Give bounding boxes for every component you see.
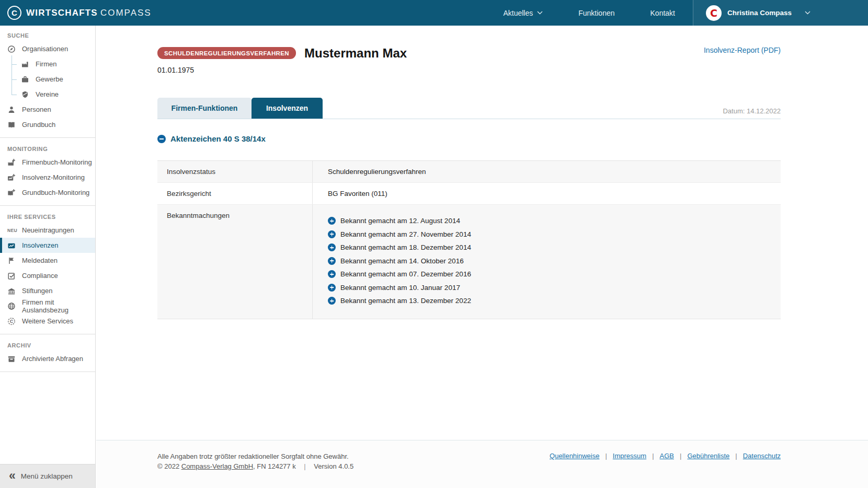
collapse-menu-button[interactable]: « Menü zuklappen [0, 464, 95, 488]
sidebar: SUCHE Organisationen Firmen Gewerbe Vere… [0, 26, 96, 488]
footer-link-datenschutz[interactable]: Datenschutz [743, 452, 781, 460]
sidebar-section-suche: SUCHE [0, 26, 95, 41]
top-navigation: Aktuelles Funktionen Kontakt [485, 0, 693, 26]
footer-link-quellenhinweise[interactable]: Quellenhinweise [550, 452, 599, 460]
sidebar-item-firmen-mit-auslandsbezug[interactable]: Firmen mit Auslandsbezug [0, 298, 95, 313]
sidebar-item-label: Insolvenzen [22, 241, 58, 249]
sidebar-item-label: Organisationen [22, 45, 68, 53]
sidebar-item-archivierte-abfragen[interactable]: Archivierte Abfragen [0, 351, 95, 366]
sidebar-section-archiv: ARCHIV [0, 335, 95, 351]
announcement-label: Bekannt gemacht am 13. Dezember 2022 [340, 297, 471, 305]
announcement-item[interactable]: Bekannt gemacht am 10. Januar 2017 [328, 281, 772, 295]
sidebar-item-insolvenzen[interactable]: Insolvenzen [0, 238, 95, 253]
tab-firmen-funktionen[interactable]: Firmen-Funktionen [157, 98, 252, 119]
nav-item-funktionen[interactable]: Funktionen [561, 0, 632, 26]
sidebar-item-label: Weitere Services [22, 317, 73, 325]
sidebar-item-organisationen[interactable]: Organisationen [0, 41, 95, 56]
bank-icon [7, 287, 16, 295]
sidebar-item-grundbuch[interactable]: Grundbuch [0, 117, 95, 132]
chevron-down-icon [805, 11, 810, 15]
briefcase-icon [21, 75, 29, 84]
plus-circle-icon[interactable] [328, 257, 336, 265]
sidebar-item-gewerbe[interactable]: Gewerbe [0, 72, 95, 87]
announcement-label: Bekannt gemacht am 10. Januar 2017 [340, 284, 460, 292]
copyright-prefix: © 2022 [157, 462, 179, 470]
footer-link-separator: | [680, 452, 681, 460]
sidebar-item-label: Compliance [22, 272, 58, 280]
sidebar-item-firmenbuch-monitoring[interactable]: Firmenbuch-Monitoring [0, 155, 95, 170]
announcement-list: Bekannt gemacht am 12. August 2014 Bekan… [328, 212, 772, 312]
app-logo[interactable]: C WIRTSCHAFTS COMPASS [0, 6, 152, 20]
chart-icon [7, 241, 16, 250]
nav-item-kontakt[interactable]: Kontakt [633, 0, 693, 26]
globe-icon [7, 302, 16, 310]
version-label: Version 4.0.5 [314, 462, 353, 470]
tab-bar: Firmen-Funktionen Insolvenzen Datum: 14.… [157, 98, 781, 119]
sidebar-item-label: Firmen [36, 60, 56, 68]
page-footer: Alle Angaben trotz größter redaktionelle… [96, 440, 868, 488]
announcement-item[interactable]: Bekannt gemacht am 18. Dezember 2014 [328, 241, 772, 254]
archive-box-icon [7, 355, 16, 363]
sidebar-item-compliance[interactable]: Compliance [0, 268, 95, 283]
tab-label: Insolvenzen [266, 104, 308, 112]
brand-name: WIRTSCHAFTS COMPASS [26, 8, 152, 18]
footer-link-impressum[interactable]: Impressum [613, 452, 646, 460]
footer-links: Quellenhinweise | Impressum | AGB | Gebü… [550, 452, 781, 460]
person-icon [7, 106, 16, 114]
sidebar-item-vereine[interactable]: Vereine [0, 87, 95, 102]
sidebar-item-label: Grundbuch-Monitoring [22, 189, 89, 196]
sidebar-item-label: Gewerbe [36, 75, 63, 83]
sidebar-section-ihre-services: IHRE SERVICES [0, 207, 95, 223]
plus-circle-icon[interactable] [328, 230, 336, 238]
sidebar-item-meldedaten[interactable]: Meldedaten [0, 253, 95, 268]
announcement-item[interactable]: Bekannt gemacht am 07. Dezember 2016 [328, 268, 772, 281]
plus-circle-icon[interactable] [328, 243, 336, 251]
status-badge: SCHULDENREGULIERUNGSVERFAHREN [157, 47, 296, 59]
announcement-item[interactable]: Bekannt gemacht am 27. November 2014 [328, 228, 772, 241]
birthdate: 01.01.1975 [157, 66, 781, 74]
nav-item-aktuelles[interactable]: Aktuelles [485, 0, 561, 26]
company-suffix: , FN 124277 k [253, 462, 296, 470]
footer-disclaimer: Alle Angaben trotz größter redaktionelle… [157, 451, 353, 461]
tab-insolvenzen[interactable]: Insolvenzen [252, 98, 323, 119]
date-label: Datum: 14.12.2022 [723, 107, 781, 115]
sidebar-divider [0, 334, 95, 334]
plus-circle-icon[interactable] [328, 217, 336, 225]
footer-link-separator: | [605, 452, 607, 460]
footer-separator: | [304, 462, 305, 470]
top-header-bar: C WIRTSCHAFTS COMPASS Aktuelles Funktion… [0, 0, 868, 26]
table-row: Bezirksgericht BG Favoriten (011) [157, 183, 781, 205]
sidebar-divider [0, 205, 95, 206]
page-title: Mustermann Max [304, 46, 407, 61]
collapse-menu-label: Menü zuklappen [21, 472, 73, 480]
case-collapse-header[interactable]: Aktenzeichen 40 S 38/14x [157, 134, 781, 143]
main-content: SCHULDENREGULIERUNGSVERFAHREN Mustermann… [96, 26, 868, 440]
plus-circle-icon[interactable] [328, 297, 336, 305]
chart-plus-icon [7, 173, 16, 182]
table-row: Bekanntmachungen Bekannt gemacht am 12. … [157, 205, 781, 319]
announcement-item[interactable]: Bekannt gemacht am 12. August 2014 [328, 214, 772, 228]
announcement-label: Bekannt gemacht am 12. August 2014 [340, 217, 460, 225]
announcement-item[interactable]: Bekannt gemacht am 14. Oktober 2016 [328, 254, 772, 268]
minus-circle-icon[interactable] [157, 135, 166, 143]
sidebar-item-insolvenz-monitoring[interactable]: Insolvenz-Monitoring [0, 170, 95, 185]
plus-circle-icon[interactable] [328, 284, 336, 292]
footer-link-agb[interactable]: AGB [660, 452, 674, 460]
sidebar-item-stiftungen[interactable]: Stiftungen [0, 283, 95, 298]
announcements-cell: Bekannt gemacht am 12. August 2014 Bekan… [313, 205, 781, 319]
footer-link-gebuehrenliste[interactable]: Gebührenliste [687, 452, 729, 460]
plus-circle-icon[interactable] [328, 270, 336, 278]
user-menu[interactable]: C Christina Compass [693, 0, 868, 26]
sidebar-item-weitere-services[interactable]: C Weitere Services [0, 313, 95, 329]
sidebar-item-label: Archivierte Abfragen [22, 355, 83, 363]
sidebar-item-label: Neueintragungen [22, 226, 74, 234]
insolvenz-report-pdf-link[interactable]: Insolvenz-Report (PDF) [704, 46, 781, 54]
announcement-item[interactable]: Bekannt gemacht am 13. Dezember 2022 [328, 294, 772, 308]
sidebar-item-personen[interactable]: Personen [0, 102, 95, 117]
sidebar-item-firmen[interactable]: Firmen [0, 56, 95, 72]
sidebar-item-grundbuch-monitoring[interactable]: Grundbuch-Monitoring [0, 185, 95, 200]
company-link[interactable]: Compass-Verlag GmbH [181, 462, 253, 470]
sidebar-item-neueintragungen[interactable]: NEU Neueintragungen [0, 223, 95, 238]
sidebar-item-label: Vereine [36, 90, 59, 98]
flag-icon [7, 257, 16, 265]
